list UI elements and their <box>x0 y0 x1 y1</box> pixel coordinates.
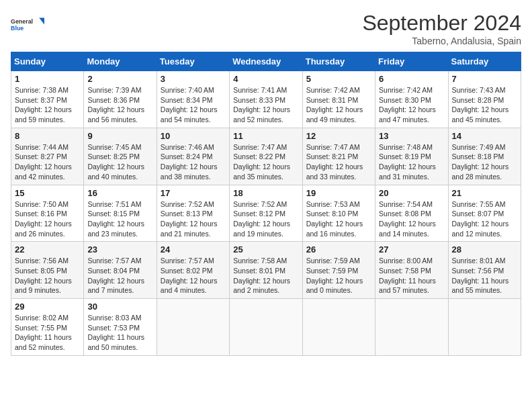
calendar-cell: 24Sunrise: 7:57 AMSunset: 8:02 PMDayligh… <box>157 242 229 299</box>
day-number: 13 <box>379 131 444 141</box>
logo-svg: General Blue <box>11 11 44 39</box>
calendar-cell: 5Sunrise: 7:42 AMSunset: 8:31 PMDaylight… <box>302 71 375 128</box>
day-info: Sunrise: 8:01 AMSunset: 7:56 PMDaylight:… <box>452 256 517 295</box>
day-info: Sunrise: 7:38 AMSunset: 8:37 PMDaylight:… <box>15 85 80 125</box>
day-info: Sunrise: 8:00 AMSunset: 7:58 PMDaylight:… <box>379 256 444 295</box>
calendar-cell: 7Sunrise: 7:43 AMSunset: 8:28 PMDaylight… <box>448 71 521 128</box>
day-number: 16 <box>87 188 152 198</box>
day-number: 27 <box>379 244 444 255</box>
calendar-cell: 6Sunrise: 7:42 AMSunset: 8:30 PMDaylight… <box>375 71 448 128</box>
svg-marker-2 <box>39 17 44 24</box>
title-block: September 2024 Taberno, Andalusia, Spain <box>362 11 521 46</box>
day-info: Sunrise: 7:47 AMSunset: 8:21 PMDaylight:… <box>306 142 371 182</box>
calendar-cell: 15Sunrise: 7:50 AMSunset: 8:16 PMDayligh… <box>11 185 84 242</box>
day-info: Sunrise: 7:53 AMSunset: 8:10 PMDaylight:… <box>306 199 371 239</box>
svg-text:Blue: Blue <box>11 25 24 32</box>
calendar-cell: 28Sunrise: 8:01 AMSunset: 7:56 PMDayligh… <box>448 242 521 299</box>
day-number: 4 <box>233 74 298 84</box>
calendar-cell: 10Sunrise: 7:46 AMSunset: 8:24 PMDayligh… <box>157 128 229 185</box>
day-number: 9 <box>87 131 152 141</box>
day-info: Sunrise: 7:59 AMSunset: 7:59 PMDaylight:… <box>306 256 371 295</box>
day-number: 2 <box>87 74 152 84</box>
day-info: Sunrise: 7:57 AMSunset: 8:04 PMDaylight:… <box>87 256 152 295</box>
calendar-cell: 11Sunrise: 7:47 AMSunset: 8:22 PMDayligh… <box>230 128 302 185</box>
calendar-cell: 26Sunrise: 7:59 AMSunset: 7:59 PMDayligh… <box>302 242 375 299</box>
day-info: Sunrise: 7:54 AMSunset: 8:08 PMDaylight:… <box>379 199 444 239</box>
calendar-cell: 25Sunrise: 7:58 AMSunset: 8:01 PMDayligh… <box>230 242 302 299</box>
calendar-cell: 21Sunrise: 7:55 AMSunset: 8:07 PMDayligh… <box>448 185 521 242</box>
day-info: Sunrise: 8:03 AMSunset: 7:53 PMDaylight:… <box>87 313 152 353</box>
calendar-week-2: 8Sunrise: 7:44 AMSunset: 8:27 PMDaylight… <box>11 128 521 185</box>
day-number: 6 <box>379 74 444 84</box>
calendar-week-4: 22Sunrise: 7:56 AMSunset: 8:05 PMDayligh… <box>11 242 521 299</box>
calendar-table: SundayMondayTuesdayWednesdayThursdayFrid… <box>11 52 521 356</box>
calendar-cell: 18Sunrise: 7:52 AMSunset: 8:12 PMDayligh… <box>230 185 302 242</box>
logo: General Blue <box>11 11 44 39</box>
calendar-cell: 27Sunrise: 8:00 AMSunset: 7:58 PMDayligh… <box>375 242 448 299</box>
day-number: 23 <box>87 244 152 255</box>
day-info: Sunrise: 7:57 AMSunset: 8:02 PMDaylight:… <box>161 256 226 295</box>
calendar-cell: 22Sunrise: 7:56 AMSunset: 8:05 PMDayligh… <box>11 242 84 299</box>
calendar-cell: 2Sunrise: 7:39 AMSunset: 8:36 PMDaylight… <box>84 71 157 128</box>
day-info: Sunrise: 7:51 AMSunset: 8:15 PMDaylight:… <box>87 199 152 239</box>
month-title: September 2024 <box>362 11 521 36</box>
location: Taberno, Andalusia, Spain <box>362 36 521 46</box>
calendar-cell: 29Sunrise: 8:02 AMSunset: 7:55 PMDayligh… <box>11 299 84 356</box>
day-number: 14 <box>452 131 517 141</box>
weekday-header-friday: Friday <box>375 52 448 71</box>
day-number: 28 <box>452 244 517 255</box>
day-number: 30 <box>87 302 152 312</box>
day-number: 5 <box>306 74 371 84</box>
day-info: Sunrise: 7:50 AMSunset: 8:16 PMDaylight:… <box>15 199 80 239</box>
day-info: Sunrise: 7:56 AMSunset: 8:05 PMDaylight:… <box>15 256 80 295</box>
calendar-cell: 4Sunrise: 7:41 AMSunset: 8:33 PMDaylight… <box>230 71 302 128</box>
svg-text:General: General <box>11 18 33 25</box>
calendar-cell: 17Sunrise: 7:52 AMSunset: 8:13 PMDayligh… <box>157 185 229 242</box>
day-number: 29 <box>15 302 80 312</box>
calendar-week-5: 29Sunrise: 8:02 AMSunset: 7:55 PMDayligh… <box>11 299 521 356</box>
day-info: Sunrise: 7:42 AMSunset: 8:30 PMDaylight:… <box>379 85 444 125</box>
calendar-week-3: 15Sunrise: 7:50 AMSunset: 8:16 PMDayligh… <box>11 185 521 242</box>
day-number: 21 <box>452 188 517 198</box>
calendar-cell <box>375 299 448 356</box>
day-number: 22 <box>15 244 80 255</box>
day-info: Sunrise: 7:39 AMSunset: 8:36 PMDaylight:… <box>87 85 152 125</box>
calendar-cell: 3Sunrise: 7:40 AMSunset: 8:34 PMDaylight… <box>157 71 229 128</box>
day-number: 15 <box>15 188 80 198</box>
calendar-cell <box>157 299 229 356</box>
weekday-header-wednesday: Wednesday <box>230 52 302 71</box>
day-number: 3 <box>161 74 226 84</box>
calendar-cell <box>302 299 375 356</box>
calendar-cell: 8Sunrise: 7:44 AMSunset: 8:27 PMDaylight… <box>11 128 84 185</box>
day-number: 25 <box>233 244 298 255</box>
calendar-cell <box>230 299 302 356</box>
day-info: Sunrise: 7:47 AMSunset: 8:22 PMDaylight:… <box>233 142 298 182</box>
day-number: 7 <box>452 74 517 84</box>
calendar-cell: 20Sunrise: 7:54 AMSunset: 8:08 PMDayligh… <box>375 185 448 242</box>
weekday-header-thursday: Thursday <box>302 52 375 71</box>
day-info: Sunrise: 7:42 AMSunset: 8:31 PMDaylight:… <box>306 85 371 125</box>
calendar-cell: 19Sunrise: 7:53 AMSunset: 8:10 PMDayligh… <box>302 185 375 242</box>
day-info: Sunrise: 7:55 AMSunset: 8:07 PMDaylight:… <box>452 199 517 239</box>
day-number: 19 <box>306 188 371 198</box>
calendar-cell: 30Sunrise: 8:03 AMSunset: 7:53 PMDayligh… <box>84 299 157 356</box>
calendar-cell: 14Sunrise: 7:49 AMSunset: 8:18 PMDayligh… <box>448 128 521 185</box>
day-number: 20 <box>379 188 444 198</box>
calendar-cell: 1Sunrise: 7:38 AMSunset: 8:37 PMDaylight… <box>11 71 84 128</box>
day-number: 18 <box>233 188 298 198</box>
day-number: 10 <box>161 131 226 141</box>
weekday-header-monday: Monday <box>84 52 157 71</box>
day-info: Sunrise: 7:58 AMSunset: 8:01 PMDaylight:… <box>233 256 298 295</box>
calendar-cell <box>448 299 521 356</box>
weekday-header-tuesday: Tuesday <box>157 52 229 71</box>
day-info: Sunrise: 7:44 AMSunset: 8:27 PMDaylight:… <box>15 142 80 182</box>
day-number: 17 <box>161 188 226 198</box>
day-number: 24 <box>161 244 226 255</box>
day-number: 26 <box>306 244 371 255</box>
day-info: Sunrise: 7:52 AMSunset: 8:13 PMDaylight:… <box>161 199 226 239</box>
day-number: 1 <box>15 74 80 84</box>
weekday-header-saturday: Saturday <box>448 52 521 71</box>
day-info: Sunrise: 8:02 AMSunset: 7:55 PMDaylight:… <box>15 313 80 353</box>
day-info: Sunrise: 7:48 AMSunset: 8:19 PMDaylight:… <box>379 142 444 182</box>
day-info: Sunrise: 7:52 AMSunset: 8:12 PMDaylight:… <box>233 199 298 239</box>
